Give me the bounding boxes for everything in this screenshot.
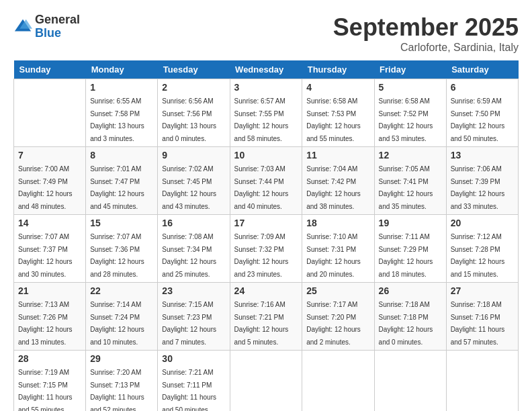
calendar-table: SundayMondayTuesdayWednesdayThursdayFrid… xyxy=(13,60,519,411)
day-number: 19 xyxy=(379,218,442,228)
calendar-cell xyxy=(302,351,374,412)
calendar-cell: 18Sunrise: 7:10 AMSunset: 7:31 PMDayligh… xyxy=(302,215,374,283)
day-header-monday: Monday xyxy=(86,60,158,79)
calendar-cell: 12Sunrise: 7:05 AMSunset: 7:41 PMDayligh… xyxy=(374,147,446,215)
calendar-cell xyxy=(374,351,446,412)
calendar-cell: 13Sunrise: 7:06 AMSunset: 7:39 PMDayligh… xyxy=(446,147,518,215)
day-info: Sunrise: 7:08 AMSunset: 7:34 PMDaylight:… xyxy=(162,233,216,278)
day-info: Sunrise: 7:13 AMSunset: 7:26 PMDaylight:… xyxy=(18,301,73,346)
day-info: Sunrise: 7:21 AMSunset: 7:11 PMDaylight:… xyxy=(162,369,216,411)
day-number: 13 xyxy=(451,150,514,161)
calendar-cell: 9Sunrise: 7:02 AMSunset: 7:45 PMDaylight… xyxy=(158,147,230,215)
day-info: Sunrise: 7:18 AMSunset: 7:18 PMDaylight:… xyxy=(379,301,433,346)
day-info: Sunrise: 7:01 AMSunset: 7:47 PMDaylight:… xyxy=(90,165,144,210)
day-info: Sunrise: 7:03 AMSunset: 7:44 PMDaylight:… xyxy=(234,165,289,210)
calendar-cell: 4Sunrise: 6:58 AMSunset: 7:53 PMDaylight… xyxy=(302,79,374,147)
day-info: Sunrise: 7:02 AMSunset: 7:45 PMDaylight:… xyxy=(162,165,216,210)
day-header-wednesday: Wednesday xyxy=(230,60,302,79)
day-number: 1 xyxy=(90,82,153,93)
day-info: Sunrise: 7:04 AMSunset: 7:42 PMDaylight:… xyxy=(306,165,361,210)
month-title: September 2025 xyxy=(333,13,519,42)
day-info: Sunrise: 7:06 AMSunset: 7:39 PMDaylight:… xyxy=(451,165,505,210)
day-number: 30 xyxy=(162,353,225,364)
calendar-cell: 29Sunrise: 7:20 AMSunset: 7:13 PMDayligh… xyxy=(86,351,158,412)
day-number: 5 xyxy=(379,82,442,93)
calendar-cell: 7Sunrise: 7:00 AMSunset: 7:49 PMDaylight… xyxy=(14,147,86,215)
calendar-cell xyxy=(230,351,302,412)
calendar-week-1: 1Sunrise: 6:55 AMSunset: 7:58 PMDaylight… xyxy=(14,79,519,147)
day-number: 20 xyxy=(451,218,514,228)
day-number: 7 xyxy=(18,150,81,161)
calendar-cell: 30Sunrise: 7:21 AMSunset: 7:11 PMDayligh… xyxy=(158,351,230,412)
calendar-cell: 21Sunrise: 7:13 AMSunset: 7:26 PMDayligh… xyxy=(14,283,86,351)
day-number: 4 xyxy=(306,82,369,93)
day-number: 15 xyxy=(90,218,153,228)
logo-text: General Blue xyxy=(35,13,80,40)
calendar-cell: 27Sunrise: 7:18 AMSunset: 7:16 PMDayligh… xyxy=(446,283,518,351)
day-header-thursday: Thursday xyxy=(302,60,374,79)
day-number: 14 xyxy=(18,218,81,228)
calendar-cell: 15Sunrise: 7:07 AMSunset: 7:36 PMDayligh… xyxy=(86,215,158,283)
calendar-cell: 14Sunrise: 7:07 AMSunset: 7:37 PMDayligh… xyxy=(14,215,86,283)
day-info: Sunrise: 7:12 AMSunset: 7:28 PMDaylight:… xyxy=(451,233,505,278)
day-header-sunday: Sunday xyxy=(14,60,86,79)
day-number: 26 xyxy=(379,285,442,296)
calendar-cell: 3Sunrise: 6:57 AMSunset: 7:55 PMDaylight… xyxy=(230,79,302,147)
day-info: Sunrise: 7:09 AMSunset: 7:32 PMDaylight:… xyxy=(234,233,289,278)
calendar-cell: 6Sunrise: 6:59 AMSunset: 7:50 PMDaylight… xyxy=(446,79,518,147)
day-header-saturday: Saturday xyxy=(446,60,518,79)
calendar-cell: 24Sunrise: 7:16 AMSunset: 7:21 PMDayligh… xyxy=(230,283,302,351)
day-info: Sunrise: 7:19 AMSunset: 7:15 PMDaylight:… xyxy=(18,369,73,411)
calendar-week-3: 14Sunrise: 7:07 AMSunset: 7:37 PMDayligh… xyxy=(14,215,519,283)
day-info: Sunrise: 7:18 AMSunset: 7:16 PMDaylight:… xyxy=(451,301,505,346)
calendar-cell xyxy=(446,351,518,412)
day-number: 16 xyxy=(162,218,225,228)
calendar-cell: 5Sunrise: 6:58 AMSunset: 7:52 PMDaylight… xyxy=(374,79,446,147)
day-number: 9 xyxy=(162,150,225,161)
page-header: General Blue September 2025 Carloforte, … xyxy=(13,13,519,54)
day-info: Sunrise: 7:07 AMSunset: 7:37 PMDaylight:… xyxy=(18,233,73,278)
day-info: Sunrise: 7:07 AMSunset: 7:36 PMDaylight:… xyxy=(90,233,144,278)
day-info: Sunrise: 7:17 AMSunset: 7:20 PMDaylight:… xyxy=(306,301,361,346)
day-number: 2 xyxy=(162,82,225,93)
calendar-cell: 10Sunrise: 7:03 AMSunset: 7:44 PMDayligh… xyxy=(230,147,302,215)
day-number: 25 xyxy=(306,285,369,296)
logo-icon xyxy=(13,17,32,36)
calendar-cell: 20Sunrise: 7:12 AMSunset: 7:28 PMDayligh… xyxy=(446,215,518,283)
calendar-week-4: 21Sunrise: 7:13 AMSunset: 7:26 PMDayligh… xyxy=(14,283,519,351)
day-number: 11 xyxy=(306,150,369,161)
day-number: 3 xyxy=(234,82,298,93)
day-number: 22 xyxy=(90,285,153,296)
day-number: 18 xyxy=(306,218,369,228)
calendar-week-5: 28Sunrise: 7:19 AMSunset: 7:15 PMDayligh… xyxy=(14,351,519,412)
day-number: 24 xyxy=(234,285,298,296)
logo-general: General xyxy=(35,13,80,27)
day-number: 23 xyxy=(162,285,225,296)
header-row: SundayMondayTuesdayWednesdayThursdayFrid… xyxy=(14,60,519,79)
day-info: Sunrise: 7:14 AMSunset: 7:24 PMDaylight:… xyxy=(90,301,144,346)
day-number: 17 xyxy=(234,218,298,228)
day-number: 27 xyxy=(451,285,514,296)
day-info: Sunrise: 7:10 AMSunset: 7:31 PMDaylight:… xyxy=(306,233,361,278)
calendar-cell: 11Sunrise: 7:04 AMSunset: 7:42 PMDayligh… xyxy=(302,147,374,215)
calendar-cell: 1Sunrise: 6:55 AMSunset: 7:58 PMDaylight… xyxy=(86,79,158,147)
day-number: 21 xyxy=(18,285,81,296)
day-number: 10 xyxy=(234,150,298,161)
day-number: 29 xyxy=(90,353,153,364)
day-info: Sunrise: 7:20 AMSunset: 7:13 PMDaylight:… xyxy=(90,369,144,411)
calendar-cell: 17Sunrise: 7:09 AMSunset: 7:32 PMDayligh… xyxy=(230,215,302,283)
day-number: 28 xyxy=(18,353,81,364)
day-info: Sunrise: 7:05 AMSunset: 7:41 PMDaylight:… xyxy=(379,165,433,210)
calendar-week-2: 7Sunrise: 7:00 AMSunset: 7:49 PMDaylight… xyxy=(14,147,519,215)
calendar-cell xyxy=(14,79,86,147)
day-info: Sunrise: 7:11 AMSunset: 7:29 PMDaylight:… xyxy=(379,233,433,278)
calendar-cell: 8Sunrise: 7:01 AMSunset: 7:47 PMDaylight… xyxy=(86,147,158,215)
day-number: 6 xyxy=(451,82,514,93)
day-info: Sunrise: 7:15 AMSunset: 7:23 PMDaylight:… xyxy=(162,301,216,346)
logo: General Blue xyxy=(13,13,80,40)
day-info: Sunrise: 6:55 AMSunset: 7:58 PMDaylight:… xyxy=(90,97,144,142)
calendar-cell: 23Sunrise: 7:15 AMSunset: 7:23 PMDayligh… xyxy=(158,283,230,351)
day-number: 8 xyxy=(90,150,153,161)
location-subtitle: Carloforte, Sardinia, Italy xyxy=(333,42,519,54)
day-info: Sunrise: 6:56 AMSunset: 7:56 PMDaylight:… xyxy=(162,97,216,142)
